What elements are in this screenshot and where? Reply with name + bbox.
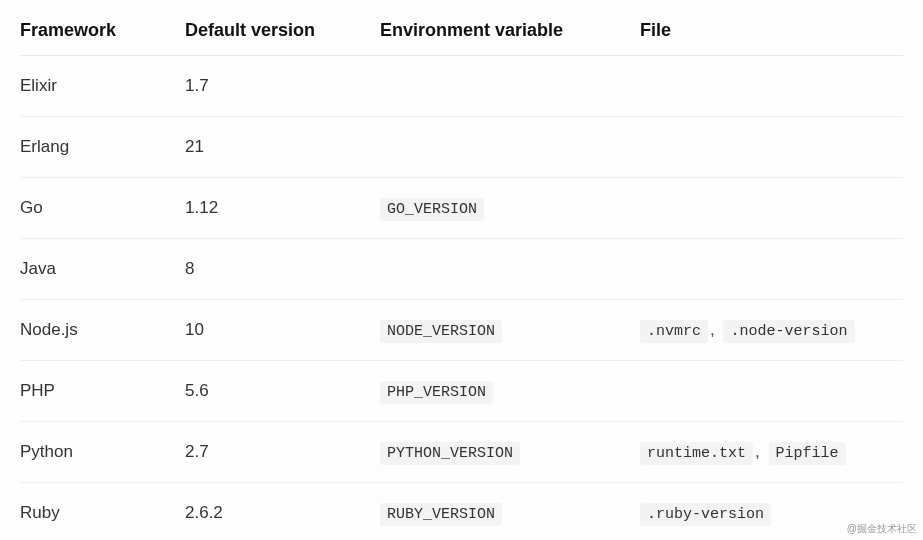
cell-env: PHP_VERSION <box>380 361 640 422</box>
file-code: .node-version <box>723 320 854 343</box>
cell-file: .nvmrc, .node-version <box>640 300 903 361</box>
table-row: PHP5.6PHP_VERSION <box>20 361 903 422</box>
cell-framework: Erlang <box>20 117 185 178</box>
env-var-code: NODE_VERSION <box>380 320 502 343</box>
cell-env: NODE_VERSION <box>380 300 640 361</box>
table-body: Elixir1.7Erlang21Go1.12GO_VERSIONJava8No… <box>20 56 903 541</box>
version-table: Framework Default version Environment va… <box>20 12 903 540</box>
cell-env: PYTHON_VERSION <box>380 422 640 483</box>
cell-file <box>640 178 903 239</box>
table-row: Elixir1.7 <box>20 56 903 117</box>
table-row: Ruby2.6.2RUBY_VERSION.ruby-version <box>20 483 903 541</box>
cell-framework: Ruby <box>20 483 185 541</box>
table-row: Java8 <box>20 239 903 300</box>
cell-framework: Elixir <box>20 56 185 117</box>
file-separator: , <box>710 320 715 339</box>
col-header-file: File <box>640 12 903 56</box>
cell-env <box>380 117 640 178</box>
col-header-default-version: Default version <box>185 12 380 56</box>
file-code: .nvmrc <box>640 320 708 343</box>
cell-framework: Java <box>20 239 185 300</box>
watermark: @掘金技术社区 <box>847 522 917 536</box>
cell-framework: Python <box>20 422 185 483</box>
env-var-code: PYTHON_VERSION <box>380 442 520 465</box>
cell-version: 1.12 <box>185 178 380 239</box>
table-row: Erlang21 <box>20 117 903 178</box>
file-code: runtime.txt <box>640 442 753 465</box>
cell-version: 10 <box>185 300 380 361</box>
env-var-code: GO_VERSION <box>380 198 484 221</box>
table-row: Python2.7PYTHON_VERSIONruntime.txt, Pipf… <box>20 422 903 483</box>
cell-framework: Go <box>20 178 185 239</box>
file-code: .ruby-version <box>640 503 771 526</box>
file-separator: , <box>755 442 760 461</box>
cell-file <box>640 56 903 117</box>
cell-env: GO_VERSION <box>380 178 640 239</box>
cell-version: 2.6.2 <box>185 483 380 541</box>
env-var-code: PHP_VERSION <box>380 381 493 404</box>
col-header-env-variable: Environment variable <box>380 12 640 56</box>
cell-env <box>380 56 640 117</box>
cell-version: 1.7 <box>185 56 380 117</box>
table-row: Go1.12GO_VERSION <box>20 178 903 239</box>
env-var-code: RUBY_VERSION <box>380 503 502 526</box>
cell-version: 8 <box>185 239 380 300</box>
cell-env: RUBY_VERSION <box>380 483 640 541</box>
cell-version: 2.7 <box>185 422 380 483</box>
col-header-framework: Framework <box>20 12 185 56</box>
cell-file <box>640 361 903 422</box>
table-header-row: Framework Default version Environment va… <box>20 12 903 56</box>
cell-framework: Node.js <box>20 300 185 361</box>
cell-framework: PHP <box>20 361 185 422</box>
file-code: Pipfile <box>769 442 846 465</box>
cell-version: 21 <box>185 117 380 178</box>
cell-env <box>380 239 640 300</box>
cell-file <box>640 117 903 178</box>
cell-version: 5.6 <box>185 361 380 422</box>
cell-file <box>640 239 903 300</box>
cell-file: runtime.txt, Pipfile <box>640 422 903 483</box>
table-row: Node.js10NODE_VERSION.nvmrc, .node-versi… <box>20 300 903 361</box>
